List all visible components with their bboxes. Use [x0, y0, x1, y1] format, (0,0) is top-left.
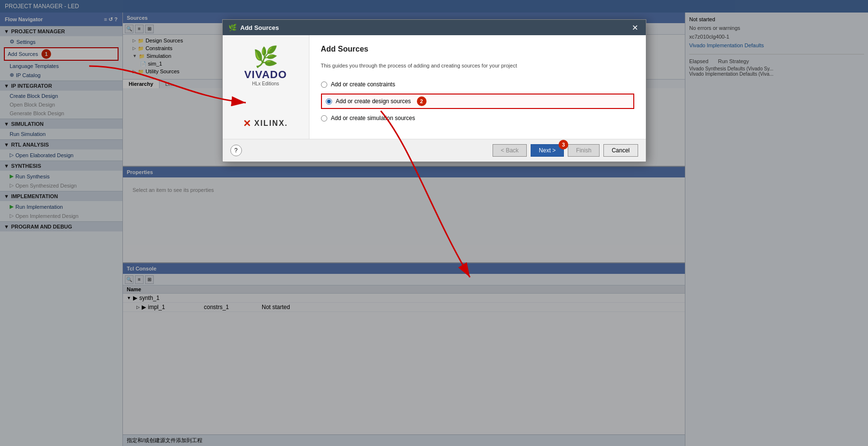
next-button-label: Next > [539, 147, 556, 154]
vivado-logo: 🌿 VIVADO HLx Editions [244, 45, 287, 86]
radio-design-label[interactable]: Add or create design sources [336, 98, 411, 105]
xilinx-x-icon: ✕ [243, 118, 251, 129]
dialog-title-text: Add Sources [240, 24, 279, 31]
radio-constraints[interactable]: Add or create constraints [321, 79, 634, 90]
xilinx-logo: ✕ XILINX. [243, 118, 288, 129]
dialog-subtitle: This guides you through the process of a… [321, 62, 634, 69]
vivado-sub-text: HLx Editions [252, 81, 279, 86]
dialog-heading: Add Sources [321, 45, 634, 54]
dialog-titlebar: 🌿 Add Sources ✕ [223, 20, 646, 35]
back-button[interactable]: < Back [493, 144, 527, 157]
radio-constraints-label[interactable]: Add or create constraints [331, 81, 395, 88]
radio-options: Add or create constraints Add or create … [321, 79, 634, 123]
dialog-vivado-icon: 🌿 [228, 24, 237, 31]
add-sources-dialog: 🌿 Add Sources ✕ 🌿 VIVADO HLx Editions ✕ [222, 19, 646, 162]
dialog-footer: ? < Back Next > 3 Finish Cancel [223, 139, 646, 162]
radio-design-sources[interactable]: Add or create design sources 2 [321, 94, 634, 109]
radio-constraints-input[interactable] [321, 81, 327, 88]
radio-sim-input[interactable] [321, 115, 327, 122]
badge-next: 3 [559, 140, 568, 149]
dialog-right-panel: Add Sources This guides you through the … [309, 35, 646, 139]
vivado-leaf-icon: 🌿 [253, 45, 278, 68]
finish-button[interactable]: Finish [568, 144, 600, 157]
dialog-close-button[interactable]: ✕ [630, 23, 640, 32]
vivado-leaf-area: 🌿 [253, 45, 278, 68]
radio-simulation-sources[interactable]: Add or create simulation sources [321, 113, 634, 123]
next-button[interactable]: Next > 3 [531, 144, 564, 157]
radio-design-input[interactable] [326, 98, 332, 105]
help-icon: ? [234, 147, 238, 154]
vivado-brand-text: VIVADO [244, 68, 287, 81]
help-button[interactable]: ? [230, 145, 242, 156]
dialog-body: 🌿 VIVADO HLx Editions ✕ XILINX. Add Sour… [223, 35, 646, 139]
xilinx-text: XILINX. [254, 119, 288, 128]
badge-design-sources: 2 [417, 96, 427, 106]
dialog-left-panel: 🌿 VIVADO HLx Editions ✕ XILINX. [223, 35, 309, 139]
cancel-button[interactable]: Cancel [603, 144, 638, 157]
dialog-overlay: 🌿 Add Sources ✕ 🌿 VIVADO HLx Editions ✕ [0, 0, 868, 446]
dialog-title-left: 🌿 Add Sources [228, 24, 279, 31]
radio-sim-label[interactable]: Add or create simulation sources [331, 115, 415, 122]
